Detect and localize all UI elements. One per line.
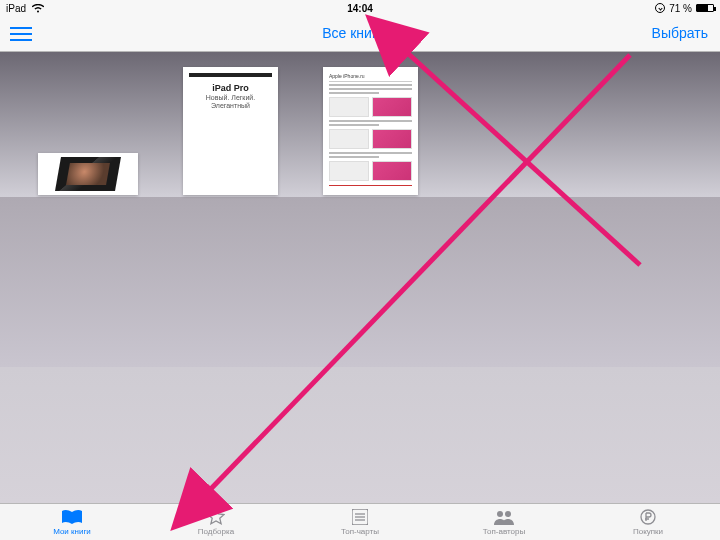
collection-picker[interactable]: Все книги ▼ [322,25,398,41]
status-bar: iPad 14:04 71 % [0,0,720,16]
tab-featured[interactable]: Подборка [144,504,288,540]
tab-label: Мои книги [53,527,91,536]
star-icon [207,508,225,526]
svg-point-7 [505,511,511,517]
tab-purchased[interactable]: Покупки [576,504,720,540]
status-time: 14:04 [347,3,373,14]
orientation-lock-icon [655,3,665,13]
select-button[interactable]: Выбрать [652,25,708,41]
ipad-pro-image [55,157,121,191]
battery-percent: 71 % [669,3,692,14]
people-icon [494,508,514,526]
tab-top-authors[interactable]: Топ-авторы [432,504,576,540]
tab-my-books[interactable]: Мои книги [0,504,144,540]
tab-label: Покупки [633,527,663,536]
battery-icon [696,4,714,12]
tab-label: Подборка [198,527,234,536]
tab-label: Топ-чарты [341,527,379,536]
svg-point-6 [497,511,503,517]
screen: iPad 14:04 71 % Все книги ▼ Выбрать iPad… [0,0,720,540]
list-view-button[interactable] [10,24,32,44]
wifi-icon [32,4,44,13]
tab-top-charts[interactable]: Топ-чарты [288,504,432,540]
svg-line-1 [402,48,640,265]
collection-title: Все книги [322,25,385,41]
device-label: iPad [6,3,26,14]
chevron-down-icon: ▼ [389,28,398,38]
book-item-1[interactable] [38,153,138,195]
list-icon [352,508,368,526]
tab-label: Топ-авторы [483,527,525,536]
ruble-icon [640,508,656,526]
book-icon [61,508,83,526]
annotation-arrow-2 [390,40,650,274]
